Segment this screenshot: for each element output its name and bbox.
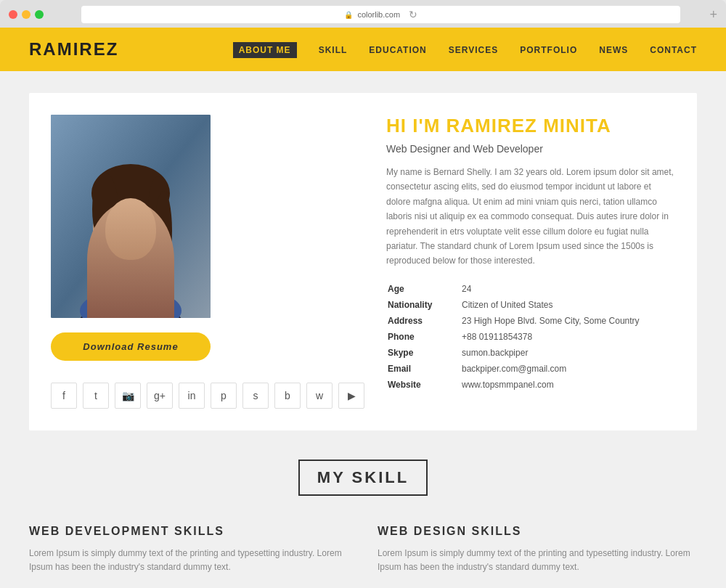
detail-value-phone: +88 01911854378 — [462, 330, 674, 344]
svg-point-13 — [140, 224, 146, 230]
social-skype[interactable]: s — [242, 383, 269, 409]
close-dot[interactable] — [9, 10, 17, 19]
detail-value-skype: sumon.backpiper — [462, 346, 674, 360]
detail-label-nationality: Nationality — [388, 298, 460, 312]
browser-dots — [9, 10, 44, 19]
new-tab-button[interactable]: + — [709, 7, 717, 23]
about-left: Download Resume f t 📷 g+ in p s b w ▶ — [51, 115, 364, 409]
detail-address: Address 23 High Hope Blvd. Some City, So… — [388, 314, 674, 328]
lock-icon: 🔒 — [344, 11, 353, 19]
nav-link-skill[interactable]: SKILL — [319, 45, 348, 55]
social-pinterest[interactable]: p — [211, 383, 237, 409]
about-card: Download Resume f t 📷 g+ in p s b w ▶ — [29, 93, 697, 430]
nav-item-contact[interactable]: CONTACT — [650, 43, 697, 56]
about-subtitle: Web Designer and Web Developer — [386, 143, 675, 155]
skills-section-title: MY SKILL — [298, 460, 428, 496]
nav-item-services[interactable]: SERVICES — [449, 43, 498, 56]
social-web[interactable]: w — [306, 383, 333, 409]
about-description: My name is Bernard Shelly. I am 32 years… — [386, 165, 675, 269]
webdev-desc: Lorem Ipsum is simply dummy text of the … — [29, 547, 348, 574]
nav-link-news[interactable]: NEWS — [599, 45, 628, 55]
refresh-icon[interactable]: ↻ — [409, 9, 417, 20]
detail-value-nationality: Citizen of United States — [462, 298, 674, 312]
profile-photo — [51, 115, 211, 318]
detail-label-age: Age — [388, 282, 460, 296]
svg-rect-4 — [120, 249, 142, 271]
download-resume-button[interactable]: Download Resume — [51, 332, 211, 361]
webdesign-title: WEB DESIGN SKILLS — [378, 525, 697, 538]
nav-item-portfolio[interactable]: PORTFOLIO — [520, 43, 577, 56]
detail-age: Age 24 — [388, 282, 674, 296]
svg-rect-15 — [91, 296, 171, 318]
detail-value-age: 24 — [462, 282, 674, 296]
maximize-dot[interactable] — [35, 10, 44, 19]
svg-point-10 — [113, 224, 124, 231]
detail-website: Website www.topsmmpanel.com — [388, 377, 674, 392]
social-facebook[interactable]: f — [51, 383, 77, 409]
brand-logo[interactable]: RAMIREZ — [29, 39, 118, 60]
about-name: RAMIREZ MINITA — [446, 115, 611, 136]
about-greeting: HI I'M RAMIREZ MINITA — [386, 115, 675, 137]
nav-link-contact[interactable]: CONTACT — [650, 45, 697, 55]
nav-item-skill[interactable]: SKILL — [319, 43, 348, 56]
nav-item-education[interactable]: EDUCATION — [369, 43, 426, 56]
nav-link-services[interactable]: SERVICES — [449, 45, 498, 55]
detail-skype: Skype sumon.backpiper — [388, 346, 674, 360]
nav-item-news[interactable]: NEWS — [599, 43, 628, 56]
detail-email: Email backpiper.com@gmail.com — [388, 362, 674, 376]
detail-value-address: 23 High Hope Blvd. Some City, Some Count… — [462, 314, 674, 328]
detail-nationality: Nationality Citizen of United States — [388, 298, 674, 312]
browser-chrome: 🔒 colorlib.com ↻ + — [0, 0, 726, 28]
address-bar[interactable]: 🔒 colorlib.com ↻ — [81, 6, 680, 23]
profile-photo-svg — [51, 115, 211, 318]
social-twitter[interactable]: t — [83, 383, 109, 409]
detail-label-address: Address — [388, 314, 460, 328]
detail-label-email: Email — [388, 362, 460, 376]
minimize-dot[interactable] — [22, 10, 30, 19]
section-title-wrapper: MY SKILL — [29, 460, 697, 496]
nav-link-education[interactable]: EDUCATION — [369, 45, 426, 55]
skill-category-webdesign: WEB DESIGN SKILLS Lorem Ipsum is simply … — [378, 525, 697, 588]
svg-point-2 — [73, 296, 189, 318]
webdev-title: WEB DEVELOPMENT SKILLS — [29, 525, 348, 538]
detail-label-website: Website — [388, 377, 460, 392]
webdesign-desc: Lorem Ipsum is simply dummy text of the … — [378, 547, 697, 574]
svg-point-12 — [137, 224, 149, 231]
skill-category-webdev: WEB DEVELOPMENT SKILLS Lorem Ipsum is si… — [29, 525, 348, 588]
nav-item-about[interactable]: ABOUT ME — [233, 43, 297, 56]
skills-grid: WEB DEVELOPMENT SKILLS Lorem Ipsum is si… — [29, 525, 697, 588]
svg-rect-1 — [51, 115, 211, 318]
skills-section: MY SKILL WEB DEVELOPMENT SKILLS Lorem Ip… — [0, 460, 726, 588]
details-table: Age 24 Nationality Citizen of United Sta… — [386, 280, 675, 393]
page-content: RAMIREZ ABOUT ME SKILL EDUCATION SERVICE… — [0, 28, 726, 588]
detail-value-email: backpiper.com@gmail.com — [462, 362, 674, 376]
svg-point-9 — [155, 191, 172, 271]
nav-links: ABOUT ME SKILL EDUCATION SERVICES PORTFO… — [233, 43, 697, 56]
detail-label-phone: Phone — [388, 330, 460, 344]
social-behance[interactable]: b — [274, 383, 301, 409]
social-icons: f t 📷 g+ in p s b w ▶ — [51, 383, 364, 409]
navbar: RAMIREZ ABOUT ME SKILL EDUCATION SERVICE… — [0, 28, 726, 71]
svg-point-7 — [92, 173, 118, 245]
svg-point-14 — [80, 289, 182, 318]
browser-titlebar: 🔒 colorlib.com ↻ + — [9, 6, 717, 23]
nav-link-about[interactable]: ABOUT ME — [233, 42, 297, 58]
url-text: colorlib.com — [357, 10, 400, 19]
social-linkedin[interactable]: in — [179, 383, 205, 409]
main-area: ⚙ — [0, 71, 726, 430]
svg-point-11 — [115, 224, 121, 230]
social-googleplus[interactable]: g+ — [147, 383, 173, 409]
detail-value-website: www.topsmmpanel.com — [462, 377, 674, 392]
nav-link-portfolio[interactable]: PORTFOLIO — [520, 45, 577, 55]
social-instagram[interactable]: 📷 — [115, 383, 141, 409]
detail-label-skype: Skype — [388, 346, 460, 360]
social-rss[interactable]: ▶ — [338, 383, 364, 409]
detail-phone: Phone +88 01911854378 — [388, 330, 674, 344]
svg-rect-3 — [87, 289, 174, 318]
greeting-text: HI I'M — [386, 115, 446, 136]
about-info: HI I'M RAMIREZ MINITA Web Designer and W… — [386, 115, 675, 409]
